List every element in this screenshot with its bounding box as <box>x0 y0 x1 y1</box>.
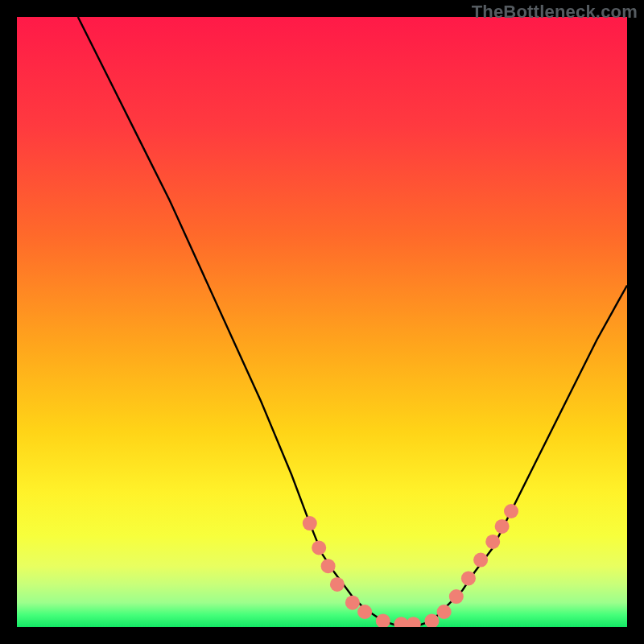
marker-dot <box>303 516 317 530</box>
marker-dot <box>437 605 452 619</box>
marker-dot <box>321 559 336 573</box>
marker-dot <box>485 535 500 549</box>
marker-dot <box>495 519 510 534</box>
marker-group <box>303 504 518 627</box>
marker-dot <box>407 617 421 627</box>
marker-dot <box>330 577 345 592</box>
watermark-label: TheBottleneck.com <box>472 2 638 23</box>
marker-dot <box>461 571 476 585</box>
marker-dot <box>312 541 326 555</box>
curve-layer <box>17 17 627 627</box>
v-curve <box>78 17 627 627</box>
marker-dot <box>424 613 439 627</box>
marker-dot <box>449 589 464 604</box>
marker-dot <box>504 504 518 518</box>
bottleneck-curve <box>78 17 627 627</box>
chart-frame: TheBottleneck.com <box>0 0 644 644</box>
marker-dot <box>394 617 409 627</box>
marker-dot <box>376 613 390 627</box>
plot-area <box>17 17 627 627</box>
marker-dot <box>345 596 360 610</box>
marker-dot <box>473 553 488 568</box>
marker-dot <box>357 605 372 619</box>
